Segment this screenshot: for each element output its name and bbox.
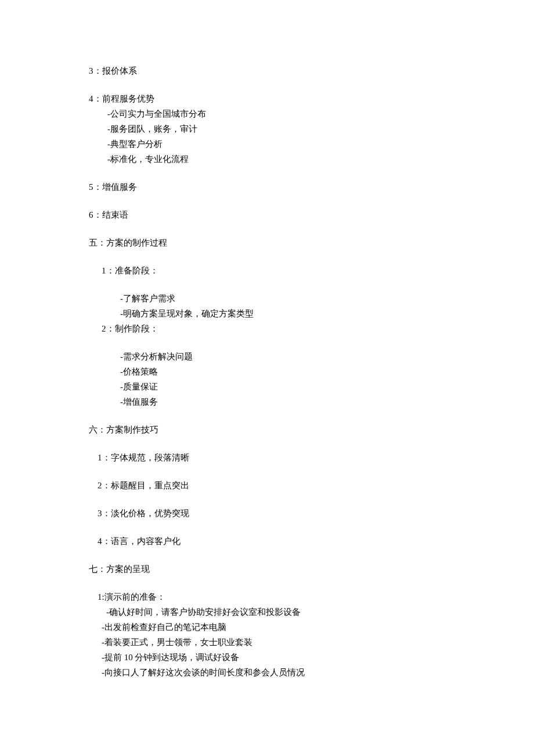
- item-4-sub-1: -公司实力与全国城市分布: [89, 107, 534, 121]
- section-7-heading: 七：方案的呈现: [89, 562, 534, 576]
- section-6-item-3: 3：淡化价格，优势突现: [89, 506, 534, 520]
- section-6-item-4: 4：语言，内容客户化: [89, 534, 534, 548]
- item-5: 5：增值服务: [89, 180, 534, 194]
- section-5-item-2-sub-3: -质量保证: [89, 380, 534, 394]
- section-5-heading: 五：方案的制作过程: [89, 236, 534, 250]
- item-3: 3：报价体系: [89, 64, 534, 78]
- item-6: 6：结束语: [89, 208, 534, 222]
- section-5-item-2-sub-4: -增值服务: [89, 395, 534, 409]
- section-5-item-2: 2：制作阶段：: [89, 322, 534, 336]
- section-6-item-1: 1：字体规范，段落清晰: [89, 451, 534, 465]
- section-6-item-2: 2：标题醒目，重点突出: [89, 478, 534, 492]
- section-6-heading: 六：方案制作技巧: [89, 423, 534, 437]
- section-5-item-2-sub-1: -需求分析解决问题: [89, 350, 534, 363]
- document-body: 3：报价体系 4：前程服务优势 -公司实力与全国城市分布 -服务团队，账务，审计…: [0, 64, 534, 679]
- section-7-item-1-sub-4: -提前 10 分钟到达现场，调试好设备: [89, 650, 534, 664]
- section-7-item-1-sub-5: -向接口人了解好这次会谈的时间长度和参会人员情况: [89, 665, 534, 679]
- section-5-item-1: 1：准备阶段：: [89, 264, 534, 278]
- section-7-item-1-sub-1: -确认好时间，请客户协助安排好会议室和投影设备: [89, 605, 534, 619]
- item-4-sub-4: -标准化，专业化流程: [89, 152, 534, 166]
- item-4-sub-2: -服务团队，账务，审计: [89, 122, 534, 136]
- item-4-sub-3: -典型客户分析: [89, 137, 534, 151]
- section-7-item-1-sub-3: -着装要正式，男士领带，女士职业套装: [89, 635, 534, 649]
- item-4: 4：前程服务优势: [89, 92, 534, 106]
- section-5-item-1-sub-2: -明确方案呈现对象，确定方案类型: [89, 307, 534, 321]
- section-5-item-1-sub-1: -了解客户需求: [89, 291, 534, 305]
- section-7-item-1-sub-2: -出发前检查好自己的笔记本电脑: [89, 620, 534, 634]
- section-7-item-1: 1:演示前的准备：: [89, 590, 534, 604]
- section-5-item-2-sub-2: -价格策略: [89, 365, 534, 379]
